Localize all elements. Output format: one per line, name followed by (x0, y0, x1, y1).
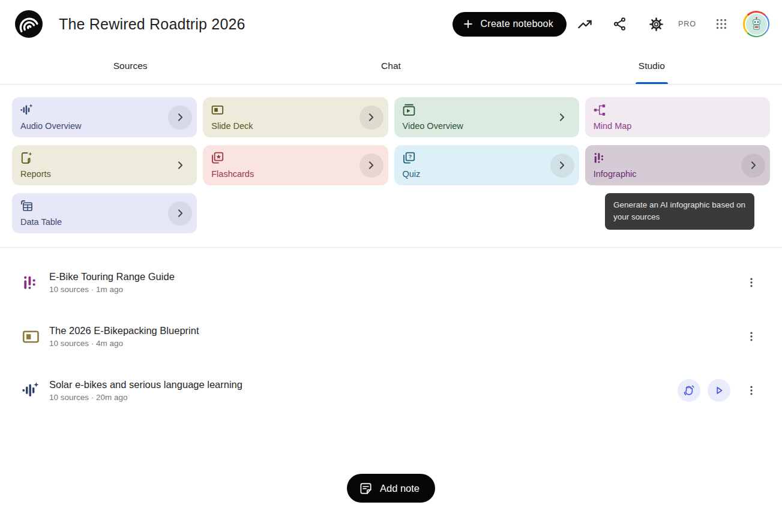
tool-label: Flashcards (211, 169, 254, 179)
share-icon (613, 17, 627, 31)
studio-tool-infographic[interactable]: Infographic (585, 145, 770, 185)
mind-map-icon (594, 104, 606, 116)
play-icon (712, 384, 726, 397)
chevron-right-icon[interactable] (168, 202, 192, 226)
note-icon (359, 482, 373, 495)
chevron-right-icon[interactable] (359, 154, 383, 178)
gear-icon (649, 17, 664, 32)
play-audio-button[interactable] (708, 379, 730, 402)
avatar-robot-image (745, 13, 768, 36)
artifact-row-infographic[interactable]: E-Bike Touring Range Guide 10 sources · … (0, 256, 782, 309)
studio-tool-flashcards[interactable]: Flashcards (203, 145, 388, 185)
infographic-tooltip: Generate an AI infographic based on your… (605, 193, 754, 230)
studio-tool-mind-map[interactable]: Mind Map (585, 97, 770, 137)
video-overview-icon (403, 104, 415, 116)
create-notebook-label: Create notebook (481, 19, 553, 29)
artifact-meta: 10 sources · 1m ago (49, 285, 175, 294)
notebook-title[interactable]: The Rewired Roadtrip 2026 (59, 16, 245, 33)
user-avatar[interactable] (743, 11, 769, 37)
chevron-right-icon[interactable] (168, 106, 192, 130)
tool-label: Data Table (20, 217, 62, 227)
chevron-right-icon[interactable] (741, 154, 765, 178)
studio-artifact-list: E-Bike Touring Range Guide 10 sources · … (0, 248, 782, 417)
plus-icon (462, 18, 474, 30)
interactive-mode-button[interactable] (678, 379, 700, 402)
add-note-button[interactable]: Add note (347, 474, 435, 503)
notebooklm-logo[interactable] (15, 10, 43, 38)
slide-deck-icon (22, 328, 40, 345)
create-notebook-button[interactable]: Create notebook (453, 12, 567, 37)
main-tabs: Sources Chat Studio (0, 48, 782, 85)
infographic-icon (594, 152, 606, 164)
add-note-label: Add note (380, 483, 420, 494)
artifact-row-audio-overview[interactable]: Solar e-bikes and serious language learn… (0, 363, 782, 417)
google-apps-button[interactable] (709, 12, 733, 36)
trending-up-icon (577, 16, 593, 32)
tab-sources[interactable]: Sources (0, 48, 260, 84)
waving-hand-icon (682, 384, 696, 397)
artifact-title[interactable]: The 2026 E-Bikepacking Blueprint (49, 325, 199, 336)
report-sparkle-icon (20, 152, 33, 164)
artifact-meta: 10 sources · 4m ago (49, 339, 199, 348)
settings-button[interactable] (645, 12, 669, 36)
quiz-icon: ? (403, 152, 415, 164)
tool-label: Mind Map (594, 121, 632, 131)
audio-waveform-sparkle-icon (22, 382, 40, 399)
pro-badge: PRO (678, 20, 696, 28)
svg-text:?: ? (408, 154, 412, 160)
chevron-right-icon[interactable] (550, 106, 574, 130)
data-table-icon (20, 200, 33, 212)
active-tab-indicator (636, 82, 668, 84)
more-options-button[interactable] (744, 270, 759, 294)
audio-waveform-sparkle-icon (20, 104, 33, 116)
analytics-trending-button[interactable] (573, 12, 597, 36)
studio-tool-data-table[interactable]: Data Table (12, 193, 197, 233)
artifact-meta: 10 sources · 20m ago (49, 393, 242, 402)
tab-chat[interactable]: Chat (260, 48, 521, 84)
flashcards-icon (211, 152, 224, 164)
tab-studio[interactable]: Studio (522, 48, 782, 84)
tool-label: Quiz (403, 169, 421, 179)
more-options-button[interactable] (744, 324, 759, 348)
share-button[interactable] (608, 12, 632, 36)
chevron-right-icon[interactable] (168, 154, 192, 178)
app-header: The Rewired Roadtrip 2026 Create noteboo… (0, 0, 782, 48)
artifact-row-slide-deck[interactable]: The 2026 E-Bikepacking Blueprint 10 sour… (0, 309, 782, 363)
tool-label: Infographic (594, 169, 637, 179)
tool-label: Slide Deck (211, 121, 253, 131)
studio-tool-slide-deck[interactable]: Slide Deck (203, 97, 388, 137)
studio-tool-quiz[interactable]: ? Quiz (394, 145, 579, 185)
studio-tool-reports[interactable]: Reports (12, 145, 197, 185)
apps-grid-icon (715, 17, 728, 31)
artifact-title[interactable]: E-Bike Touring Range Guide (49, 271, 175, 282)
studio-footer: Add note (0, 474, 782, 503)
tool-label: Reports (20, 169, 51, 179)
chevron-right-icon[interactable] (550, 154, 574, 178)
infographic-bar-chart-icon (22, 275, 40, 291)
header-actions: Create notebook PRO (453, 11, 769, 37)
studio-tool-video-overview[interactable]: Video Overview (394, 97, 579, 137)
chevron-right-icon[interactable] (359, 106, 383, 130)
tool-label: Audio Overview (20, 121, 82, 131)
more-options-button[interactable] (744, 378, 759, 402)
studio-tool-audio-overview[interactable]: Audio Overview (12, 97, 197, 137)
slide-deck-icon (211, 104, 224, 116)
tool-label: Video Overview (403, 121, 463, 131)
artifact-title[interactable]: Solar e-bikes and serious language learn… (49, 379, 242, 390)
